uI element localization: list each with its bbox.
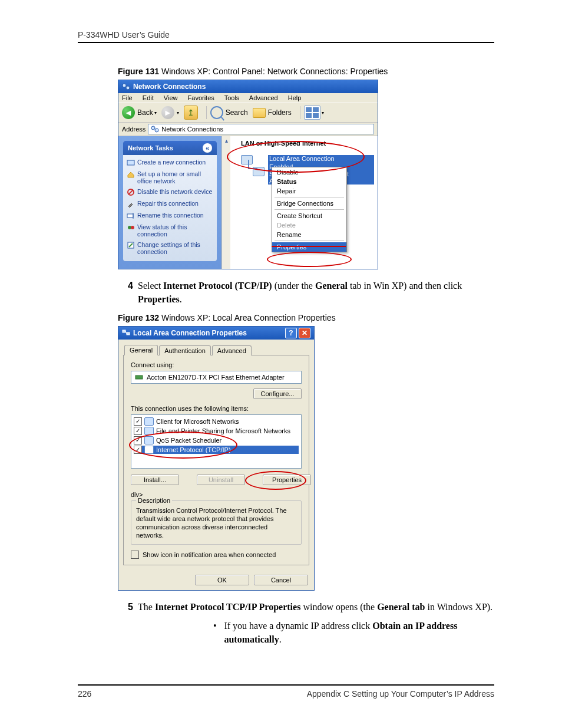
views-button[interactable]: ▾ bbox=[304, 106, 324, 120]
wizard-icon bbox=[127, 159, 135, 167]
fig131-caption: Figure 131 Windows XP: Control Panel: Ne… bbox=[118, 67, 494, 76]
show-icon-checkbox[interactable]: Show icon in notification area when conn… bbox=[131, 551, 302, 559]
install-button[interactable]: Install... bbox=[131, 475, 179, 485]
checkbox-icon[interactable]: ✓ bbox=[134, 417, 142, 426]
task-create-connection[interactable]: Create a new connection bbox=[125, 157, 214, 169]
menu-edit[interactable]: Edit bbox=[143, 94, 154, 101]
search-label: Search bbox=[226, 108, 248, 117]
back-button[interactable]: ◄ Back ▾ bbox=[122, 106, 157, 119]
context-menu: Disable Status Repair Bridge Connections… bbox=[272, 167, 347, 252]
step-5: 5 The Internet Protocol TCP/IP Propertie… bbox=[120, 600, 494, 614]
repair-icon bbox=[127, 200, 135, 208]
cancel-button[interactable]: Cancel bbox=[254, 575, 308, 585]
ctx-disable[interactable]: Disable bbox=[272, 167, 346, 177]
description-group: Description Transmission Control Protoco… bbox=[131, 500, 302, 545]
step-4: 4 Select Internet Protocol (TCP/IP) (und… bbox=[120, 279, 494, 306]
svg-rect-4 bbox=[127, 160, 134, 165]
checkbox-icon[interactable]: ✓ bbox=[134, 446, 142, 454]
scrollbar[interactable]: ▴ bbox=[222, 136, 230, 269]
tasks-header-label: Network Tasks bbox=[128, 144, 173, 151]
ctx-shortcut[interactable]: Create Shortcut bbox=[272, 211, 346, 220]
address-field[interactable]: Network Connections bbox=[148, 124, 374, 134]
configure-button[interactable]: Configure... bbox=[253, 388, 302, 399]
adapter-icon bbox=[135, 373, 143, 381]
description-label: Description bbox=[136, 497, 172, 504]
tab-general[interactable]: General bbox=[124, 345, 158, 355]
bullet-text: If you have a dynamic IP address click O… bbox=[224, 619, 494, 646]
ctx-sep-1 bbox=[275, 197, 344, 197]
menu-advanced[interactable]: Advanced bbox=[249, 94, 278, 101]
menu-favorites[interactable]: Favorites bbox=[188, 94, 214, 101]
task-home-network[interactable]: Set up a home or small office network bbox=[125, 169, 214, 187]
task-settings[interactable]: Change settings of this connection bbox=[125, 240, 214, 258]
checkbox-icon[interactable]: ✓ bbox=[134, 436, 142, 444]
ctx-properties[interactable]: Properties bbox=[272, 242, 346, 252]
connections-area: LAN or High-Speed Internet Local Area Co… bbox=[230, 136, 378, 269]
bullet-item: • If you have a dynamic IP address click… bbox=[213, 619, 494, 646]
toolbar-separator bbox=[206, 106, 207, 119]
items-listbox[interactable]: ✓Client for Microsoft Networks ✓File and… bbox=[131, 414, 302, 469]
forward-button[interactable]: ► ▾ bbox=[161, 106, 179, 119]
folders-label: Folders bbox=[268, 108, 292, 117]
show-icon-label: Show icon in notification area when conn… bbox=[143, 551, 276, 558]
tab-authentication[interactable]: Authentication bbox=[159, 345, 211, 355]
task-repair[interactable]: Repair this connection bbox=[125, 199, 214, 210]
menu-file[interactable]: File bbox=[122, 94, 133, 101]
tab-advanced[interactable]: Advanced bbox=[212, 345, 252, 355]
folders-button[interactable]: Folders bbox=[253, 108, 292, 118]
item-client-ms[interactable]: ✓Client for Microsoft Networks bbox=[134, 417, 299, 426]
properties-button[interactable]: Properties bbox=[263, 475, 311, 485]
menu-help[interactable]: Help bbox=[288, 94, 302, 101]
settings-icon bbox=[127, 241, 135, 249]
callout-tcpip-oval bbox=[129, 431, 237, 459]
fig132-caption-label: Figure 132 bbox=[118, 313, 159, 322]
ctx-bridge[interactable]: Bridge Connections bbox=[272, 199, 346, 208]
menu-view[interactable]: View bbox=[164, 94, 178, 101]
menu-tools[interactable]: Tools bbox=[224, 94, 240, 101]
tasks-header[interactable]: Network Tasks « bbox=[123, 141, 217, 155]
item-qos[interactable]: ✓QoS Packet Scheduler bbox=[134, 436, 299, 444]
svg-rect-7 bbox=[127, 214, 133, 218]
items-label: This connection uses the following items… bbox=[131, 405, 302, 412]
help-button[interactable]: ? bbox=[285, 328, 297, 338]
dialog-icon bbox=[122, 328, 130, 338]
up-button[interactable]: ↥ bbox=[184, 106, 198, 120]
checkbox-icon[interactable] bbox=[131, 551, 139, 559]
folders-icon bbox=[253, 108, 266, 118]
close-button[interactable]: ✕ bbox=[299, 328, 310, 338]
network-connections-window: Network Connections File Edit View Favor… bbox=[118, 80, 378, 269]
menubar: File Edit View Favorites Tools Advanced … bbox=[118, 93, 378, 103]
search-button[interactable]: Search bbox=[210, 106, 248, 119]
tabstrip: General Authentication Advanced bbox=[118, 340, 314, 355]
forward-caret-icon: ▾ bbox=[177, 110, 179, 116]
status-icon bbox=[127, 223, 135, 232]
step-5-number: 5 bbox=[120, 600, 133, 614]
service-icon bbox=[144, 427, 154, 435]
task-rename[interactable]: Rename this connection bbox=[125, 210, 214, 222]
window-titlebar[interactable]: Network Connections bbox=[118, 80, 378, 93]
item-tcpip[interactable]: ✓Internet Protocol (TCP/IP) bbox=[134, 446, 299, 454]
task-status[interactable]: View status of this connection bbox=[125, 222, 214, 240]
collapse-icon[interactable]: « bbox=[203, 143, 212, 153]
ctx-delete: Delete bbox=[272, 220, 346, 230]
dialog-titlebar[interactable]: Local Area Connection Properties ? ✕ bbox=[118, 327, 314, 340]
ctx-repair[interactable]: Repair bbox=[272, 186, 346, 196]
ctx-status[interactable]: Status bbox=[272, 177, 346, 186]
checkbox-icon[interactable]: ✓ bbox=[134, 427, 142, 435]
tasks-panel: Network Tasks « Create a new connection … bbox=[118, 136, 222, 269]
adapter-field[interactable]: Accton EN1207D-TX PCI Fast Ethernet Adap… bbox=[131, 371, 302, 384]
scroll-up-icon[interactable]: ▴ bbox=[222, 136, 230, 144]
service-icon bbox=[144, 436, 154, 444]
dialog-buttons: OK Cancel bbox=[118, 570, 314, 590]
svg-point-2 bbox=[151, 126, 155, 130]
footer-rule bbox=[78, 684, 494, 686]
item-file-print[interactable]: ✓File and Printer Sharing for Microsoft … bbox=[134, 427, 299, 435]
description-text: Transmission Control Protocol/Internet P… bbox=[136, 507, 296, 539]
network-icon bbox=[122, 83, 130, 91]
views-caret-icon: ▾ bbox=[322, 110, 324, 116]
ok-button[interactable]: OK bbox=[195, 575, 249, 585]
task-disable[interactable]: Disable this network device bbox=[125, 187, 214, 199]
section-header: LAN or High-Speed Internet bbox=[241, 140, 374, 147]
ctx-rename[interactable]: Rename bbox=[272, 230, 346, 239]
callout-rename-line bbox=[272, 246, 346, 247]
